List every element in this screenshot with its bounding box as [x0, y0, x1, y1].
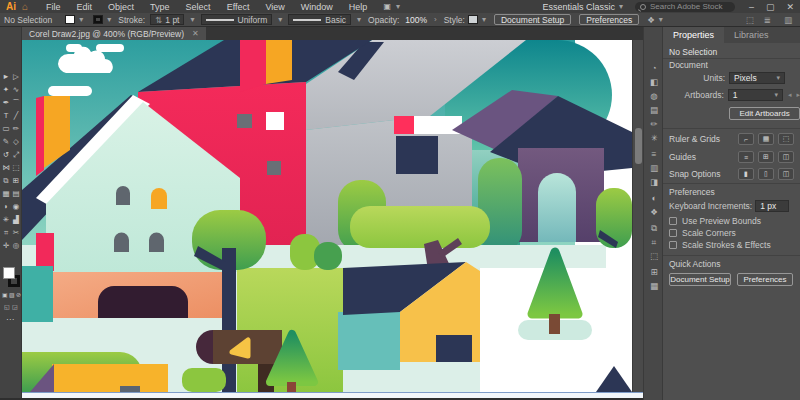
- use-preview-bounds-checkbox[interactable]: [669, 217, 677, 225]
- symbol-sprayer-tool[interactable]: ✳: [1, 214, 11, 226]
- shaper-tool[interactable]: ◇: [11, 136, 21, 148]
- draw-mode-icon[interactable]: ◱: [4, 303, 10, 310]
- shape-builder-tool[interactable]: ⧉: [1, 175, 11, 187]
- vertical-scrollbar-thumb[interactable]: [635, 128, 642, 164]
- align-panel-icon[interactable]: ⊞: [644, 265, 664, 279]
- chevron-down-icon[interactable]: ▾: [79, 15, 83, 24]
- width-tool[interactable]: ⋈: [1, 162, 11, 174]
- house-yellow[interactable]: [338, 262, 480, 370]
- artboard-tool[interactable]: ⌗: [1, 227, 11, 239]
- dock-icon[interactable]: ≣: [759, 15, 776, 25]
- canvas[interactable]: [22, 40, 632, 392]
- swatches-panel-icon[interactable]: ▤: [644, 103, 664, 117]
- fullscreen-icon[interactable]: ⬚: [741, 15, 759, 25]
- line-segment-tool[interactable]: ╱: [11, 110, 21, 122]
- mesh-tool[interactable]: ▦: [1, 188, 11, 200]
- layers-panel-icon[interactable]: ⧉: [644, 221, 664, 235]
- artwork-canvas[interactable]: [22, 40, 632, 392]
- maximize-button[interactable]: ▢: [760, 2, 781, 12]
- color-panel-icon[interactable]: ◧: [644, 75, 664, 89]
- curvature-tool[interactable]: ⌒: [11, 97, 21, 109]
- width-profile-select[interactable]: Uniform: [201, 14, 273, 25]
- minimize-button[interactable]: –: [743, 2, 760, 12]
- chevron-down-icon[interactable]: ▾: [619, 2, 623, 11]
- artboards-panel-icon[interactable]: ⌗: [644, 235, 664, 249]
- fill-color-indicator[interactable]: [3, 267, 15, 279]
- stroke-weight-input[interactable]: ⇅ 1 pt: [150, 14, 184, 25]
- type-tool[interactable]: T: [1, 110, 11, 122]
- smart-guides-icon[interactable]: ◫: [778, 151, 794, 163]
- rectangle-tool[interactable]: ▭: [1, 123, 11, 135]
- column-graph-tool[interactable]: ▟: [11, 214, 21, 226]
- menu-view[interactable]: View: [257, 2, 292, 12]
- free-transform-tool[interactable]: ⬚: [11, 162, 21, 174]
- search-input[interactable]: Search Adobe Stock: [635, 2, 735, 12]
- chevron-down-icon[interactable]: ▾: [190, 15, 194, 24]
- menu-select[interactable]: Select: [178, 2, 219, 12]
- asset-export-panel-icon[interactable]: ⬚: [644, 249, 664, 263]
- stepper-icon[interactable]: ⇅: [155, 15, 162, 25]
- stroke-color-swatch[interactable]: [93, 15, 103, 24]
- show-guides-icon[interactable]: ≡: [738, 151, 754, 163]
- scale-corners-checkbox[interactable]: [669, 229, 677, 237]
- svg-interactivity-panel-icon[interactable]: ◔: [644, 61, 664, 75]
- opacity-value[interactable]: 100%: [405, 15, 427, 25]
- pen-tool[interactable]: ✒: [1, 97, 11, 109]
- color-guide-panel-icon[interactable]: ◍: [644, 89, 664, 103]
- bush-far-right[interactable]: [596, 188, 632, 248]
- gradient-mode-icon[interactable]: ▨: [9, 291, 15, 298]
- menu-window[interactable]: Window: [293, 2, 341, 12]
- chevron-down-icon[interactable]: ▾: [357, 15, 361, 24]
- grid-icon[interactable]: ▦: [758, 133, 774, 145]
- selection-tool[interactable]: ►: [1, 71, 11, 83]
- salmon-wall[interactable]: [53, 272, 227, 318]
- pencil-tool[interactable]: ✎: [1, 136, 11, 148]
- fill-color-swatch[interactable]: [65, 15, 75, 24]
- hand-tool[interactable]: ✛: [1, 240, 11, 252]
- more-tools-icon[interactable]: ⋯: [6, 315, 14, 324]
- snap-to-point-icon[interactable]: ◫: [778, 168, 794, 180]
- gradient-panel-icon[interactable]: ▥: [644, 161, 664, 175]
- panel-menu-icon[interactable]: ▥: [776, 15, 800, 25]
- tab-libraries[interactable]: Libraries: [724, 27, 779, 43]
- close-button[interactable]: ✕: [780, 2, 800, 12]
- teal-strip[interactable]: [22, 266, 53, 322]
- lock-guides-icon[interactable]: ⊞: [758, 151, 774, 163]
- units-select[interactable]: Pixels ▾: [729, 72, 785, 84]
- quick-document-setup-button[interactable]: Document Setup: [669, 273, 731, 286]
- close-tab-icon[interactable]: ✕: [192, 29, 199, 38]
- paintbrush-tool[interactable]: ✏: [11, 123, 21, 135]
- zoom-tool[interactable]: ◎: [11, 240, 21, 252]
- next-artboard-icon[interactable]: ▸: [796, 91, 800, 99]
- home-icon[interactable]: ⌂: [22, 1, 28, 12]
- symbols-panel-icon[interactable]: ✳: [644, 131, 664, 145]
- menu-type[interactable]: Type: [142, 2, 178, 12]
- chevron-right-icon[interactable]: ›: [434, 15, 437, 24]
- snap-to-pixel-icon[interactable]: ▯: [758, 168, 774, 180]
- menu-edit[interactable]: Edit: [69, 2, 101, 12]
- arrange-documents-icon[interactable]: ▣: [383, 2, 392, 11]
- slice-tool[interactable]: ✂: [11, 227, 21, 239]
- color-mode-icon[interactable]: ▣: [2, 291, 8, 298]
- snap-to-grid-icon[interactable]: ▮: [738, 168, 754, 180]
- edit-artboards-button[interactable]: Edit Artboards: [729, 107, 800, 120]
- lasso-tool[interactable]: ∿: [11, 84, 21, 96]
- artboards-select[interactable]: 1 ▾: [728, 89, 783, 101]
- pathfinder-panel-icon[interactable]: ▦: [644, 279, 664, 293]
- style-swatch[interactable]: [468, 15, 478, 24]
- perspective-grid-tool[interactable]: ⊞: [11, 175, 21, 187]
- workspace-switcher[interactable]: Essentials Classic: [542, 2, 615, 12]
- rotate-tool[interactable]: ↺: [1, 149, 11, 161]
- none-mode-icon[interactable]: ⊘: [16, 291, 21, 298]
- menu-object[interactable]: Object: [100, 2, 142, 12]
- document-setup-button[interactable]: Document Setup: [494, 14, 571, 25]
- transparency-grid-icon[interactable]: ⬚: [778, 133, 794, 145]
- chevron-down-icon[interactable]: ▾: [278, 15, 282, 24]
- scale-strokes-effects-checkbox[interactable]: [669, 241, 677, 249]
- direct-selection-tool[interactable]: ▷: [11, 71, 21, 83]
- stroke-panel-icon[interactable]: ≡: [644, 147, 664, 161]
- gradient-tool[interactable]: ▤: [11, 188, 21, 200]
- properties-toggle-icon[interactable]: ❖: [647, 15, 655, 25]
- blend-tool[interactable]: ◉: [11, 201, 21, 213]
- keyboard-increments-input[interactable]: 1 px: [755, 200, 789, 212]
